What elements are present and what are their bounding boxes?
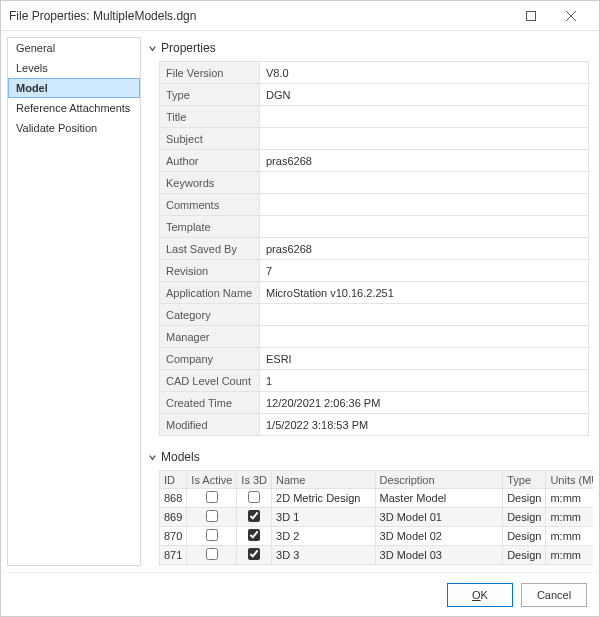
property-row: CAD Level Count1 <box>160 370 589 392</box>
cell-units: m:mm <box>546 527 593 546</box>
table-row[interactable]: 8682D Metric DesignMaster ModelDesignm:m… <box>160 489 594 508</box>
cell-type: Design <box>503 489 546 508</box>
property-label: Template <box>160 216 260 238</box>
property-label: Modified <box>160 414 260 436</box>
models-label: Models <box>161 450 200 464</box>
property-value[interactable]: 12/20/2021 2:06:36 PM <box>260 392 589 414</box>
property-row: Category <box>160 304 589 326</box>
property-row: Modified1/5/2022 3:18:53 PM <box>160 414 589 436</box>
property-row: Revision7 <box>160 260 589 282</box>
models-table: IDIs ActiveIs 3DNameDescriptionTypeUnits… <box>159 470 593 566</box>
property-label: Revision <box>160 260 260 282</box>
cell-is-active <box>187 565 237 567</box>
maximize-button[interactable] <box>511 2 551 30</box>
property-value[interactable] <box>260 304 589 326</box>
cell-is-3d <box>237 546 272 565</box>
cell-is-3d <box>237 565 272 567</box>
cell-description: 3D Model 01 <box>375 508 503 527</box>
dialog-body: GeneralLevelsModelReference AttachmentsV… <box>1 31 599 572</box>
cell-units: m:mm <box>546 508 593 527</box>
cell-id: 870 <box>160 527 187 546</box>
close-button[interactable] <box>551 2 591 30</box>
sidebar: GeneralLevelsModelReference AttachmentsV… <box>7 37 141 566</box>
property-value[interactable]: MicroStation v10.16.2.251 <box>260 282 589 304</box>
main-panel: Properties File VersionV8.0TypeDGNTitleS… <box>147 37 593 566</box>
models-section-header[interactable]: Models <box>147 446 589 470</box>
column-header-is_active[interactable]: Is Active <box>187 471 237 489</box>
cell-is-3d <box>237 527 272 546</box>
cell-is-3d <box>237 508 272 527</box>
table-row[interactable]: 8693D 13D Model 01Designm:mm <box>160 508 594 527</box>
property-value[interactable] <box>260 172 589 194</box>
cell-name: 3D 2 <box>272 527 376 546</box>
property-value[interactable] <box>260 194 589 216</box>
property-value[interactable] <box>260 128 589 150</box>
cell-is-active <box>187 489 237 508</box>
table-row[interactable]: 8723D 43D Model 04Designm:mm <box>160 565 594 567</box>
property-value[interactable] <box>260 216 589 238</box>
cell-is-active <box>187 546 237 565</box>
property-row: Template <box>160 216 589 238</box>
cancel-button[interactable]: Cancel <box>521 583 587 607</box>
property-value[interactable] <box>260 326 589 348</box>
property-row: Last Saved Bypras6268 <box>160 238 589 260</box>
cell-type: Design <box>503 508 546 527</box>
properties-table: File VersionV8.0TypeDGNTitleSubjectAutho… <box>159 61 589 436</box>
property-value[interactable]: 7 <box>260 260 589 282</box>
property-label: Last Saved By <box>160 238 260 260</box>
property-label: Created Time <box>160 392 260 414</box>
is-active-checkbox[interactable] <box>206 529 218 541</box>
cell-description: 3D Model 02 <box>375 527 503 546</box>
property-value[interactable]: pras6268 <box>260 238 589 260</box>
sidebar-item-levels[interactable]: Levels <box>8 58 140 78</box>
dialog-footer: OK Cancel <box>1 572 599 616</box>
property-label: Author <box>160 150 260 172</box>
is-3d-checkbox[interactable] <box>248 510 260 522</box>
is-3d-checkbox[interactable] <box>248 491 260 503</box>
property-value[interactable] <box>260 106 589 128</box>
property-row: Manager <box>160 326 589 348</box>
column-header-units[interactable]: Units (MU:SU) <box>546 471 593 489</box>
property-value[interactable]: DGN <box>260 84 589 106</box>
cell-is-active <box>187 508 237 527</box>
is-3d-checkbox[interactable] <box>248 548 260 560</box>
column-header-id[interactable]: ID <box>160 471 187 489</box>
property-row: Comments <box>160 194 589 216</box>
property-value[interactable]: V8.0 <box>260 62 589 84</box>
cell-id: 871 <box>160 546 187 565</box>
cell-type: Design <box>503 527 546 546</box>
column-header-name[interactable]: Name <box>272 471 376 489</box>
sidebar-item-general[interactable]: General <box>8 38 140 58</box>
is-active-checkbox[interactable] <box>206 491 218 503</box>
column-header-description[interactable]: Description <box>375 471 503 489</box>
property-row: File VersionV8.0 <box>160 62 589 84</box>
column-header-is_3d[interactable]: Is 3D <box>237 471 272 489</box>
cell-units: m:mm <box>546 565 593 567</box>
property-label: Company <box>160 348 260 370</box>
cell-description: Master Model <box>375 489 503 508</box>
property-row: Application NameMicroStation v10.16.2.25… <box>160 282 589 304</box>
table-row[interactable]: 8703D 23D Model 02Designm:mm <box>160 527 594 546</box>
property-value[interactable]: ESRI <box>260 348 589 370</box>
is-active-checkbox[interactable] <box>206 510 218 522</box>
svg-rect-0 <box>527 11 536 20</box>
is-active-checkbox[interactable] <box>206 548 218 560</box>
is-3d-checkbox[interactable] <box>248 529 260 541</box>
ok-button[interactable]: OK <box>447 583 513 607</box>
table-row[interactable]: 8713D 33D Model 03Designm:mm <box>160 546 594 565</box>
sidebar-item-model[interactable]: Model <box>8 78 140 98</box>
window-controls <box>511 2 591 30</box>
property-label: CAD Level Count <box>160 370 260 392</box>
property-row: Subject <box>160 128 589 150</box>
sidebar-item-reference-attachments[interactable]: Reference Attachments <box>8 98 140 118</box>
property-value[interactable]: 1 <box>260 370 589 392</box>
property-value[interactable]: pras6268 <box>260 150 589 172</box>
property-label: File Version <box>160 62 260 84</box>
cell-is-active <box>187 527 237 546</box>
properties-section-header[interactable]: Properties <box>147 37 589 61</box>
property-label: Title <box>160 106 260 128</box>
column-header-type[interactable]: Type <box>503 471 546 489</box>
property-label: Keywords <box>160 172 260 194</box>
property-value[interactable]: 1/5/2022 3:18:53 PM <box>260 414 589 436</box>
sidebar-item-validate-position[interactable]: Validate Position <box>8 118 140 138</box>
